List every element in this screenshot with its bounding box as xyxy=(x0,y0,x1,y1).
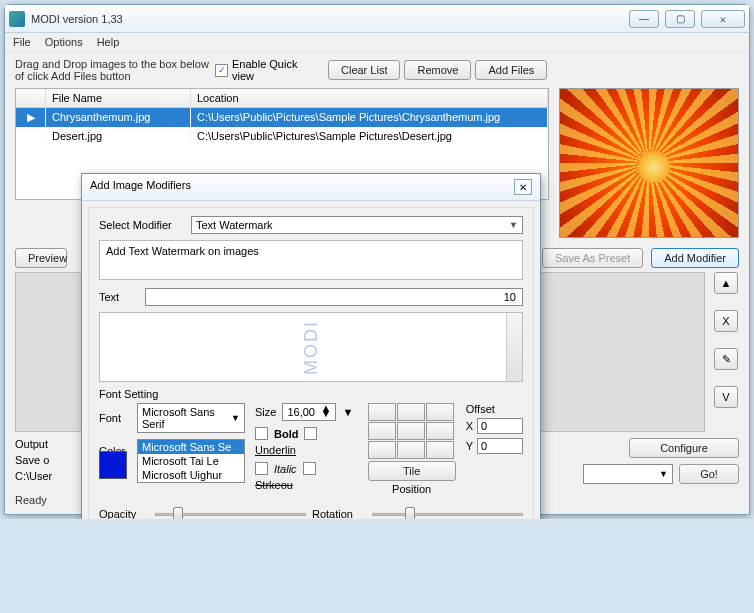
modifier-description: Add Text Watermark on images xyxy=(99,240,523,280)
add-image-modifiers-dialog: Add Image Modifiers ✕ Select Modifier Te… xyxy=(81,173,541,519)
preview-scrollbar[interactable] xyxy=(506,313,522,381)
opacity-label: Opacity xyxy=(99,508,149,519)
save-as-preset-button[interactable]: Save As Preset xyxy=(542,248,643,268)
chevron-down-icon[interactable]: ▼ xyxy=(342,406,353,418)
dialog-close-icon[interactable]: ✕ xyxy=(514,179,532,195)
offset-x-input[interactable] xyxy=(477,418,523,434)
font-listbox[interactable]: Microsoft Sans Se Microsoft Tai Le Micro… xyxy=(137,439,245,483)
select-modifier-dropdown[interactable]: Text Watermark ▼ xyxy=(191,216,523,234)
configure-button[interactable]: Configure xyxy=(629,438,739,458)
opacity-slider[interactable] xyxy=(155,505,306,519)
down-button[interactable]: V xyxy=(714,386,738,408)
menu-file[interactable]: File xyxy=(13,36,31,48)
dialog-title: Add Image Modifiers xyxy=(90,179,514,195)
rotation-label: Rotation xyxy=(312,508,366,519)
app-icon xyxy=(9,11,25,27)
font-combo[interactable]: Microsoft Sans Serif▼ xyxy=(137,403,245,433)
enable-quick-checkbox[interactable]: ✓ xyxy=(215,64,228,77)
tile-button[interactable]: Tile xyxy=(368,461,456,481)
add-modifier-button[interactable]: Add Modifier xyxy=(651,248,739,268)
file-row[interactable]: ▶ Chrysanthemum.jpg C:\Users\Public\Pict… xyxy=(16,108,548,127)
menu-help[interactable]: Help xyxy=(97,36,120,48)
underline-checkbox[interactable] xyxy=(304,427,317,440)
color-swatch[interactable] xyxy=(99,451,127,479)
edit-button[interactable]: ✎ xyxy=(714,348,738,370)
maximize-button[interactable]: ▢ xyxy=(665,10,695,28)
toolbar: Drag and Drop images to the box below of… xyxy=(5,52,749,88)
titlebar: MODI version 1,33 — ▢ ⨉ xyxy=(5,5,749,33)
font-option[interactable]: Microsoft Tai Le xyxy=(138,454,244,468)
offset-label: Offset xyxy=(466,403,523,415)
position-label: Position xyxy=(368,483,456,495)
up-button[interactable]: ▲ xyxy=(714,272,738,294)
size-input[interactable]: 16,00 ▲▼ xyxy=(282,403,336,421)
text-label: Text xyxy=(99,291,139,303)
font-label: Font xyxy=(99,412,131,424)
file-row[interactable]: Desert.jpg C:\Users\Public\Pictures\Samp… xyxy=(16,127,548,145)
right-gray-area xyxy=(535,272,705,432)
pencil-icon: ✎ xyxy=(722,353,731,366)
font-setting-label: Font Setting xyxy=(99,388,523,400)
dragdrop-label: Drag and Drop images to the box below of… xyxy=(15,58,211,82)
watermark-preview: MODI xyxy=(99,312,523,382)
italic-checkbox[interactable] xyxy=(255,462,268,475)
close-button[interactable]: ⨉ xyxy=(701,10,745,28)
col-location[interactable]: Location xyxy=(191,89,548,107)
window-title: MODI version 1,33 xyxy=(31,13,629,25)
go-combo[interactable]: ▼ xyxy=(583,464,673,484)
enable-quick-label: Enable Quick view xyxy=(232,58,302,82)
strikeout-checkbox[interactable] xyxy=(303,462,316,475)
rotation-slider[interactable] xyxy=(372,505,523,519)
delete-button[interactable]: X xyxy=(714,310,738,332)
preview-button[interactable]: Preview xyxy=(15,248,67,268)
preview-image xyxy=(559,88,739,238)
font-option[interactable]: Microsoft Uighur xyxy=(138,468,244,482)
minimize-button[interactable]: — xyxy=(629,10,659,28)
col-filename[interactable]: File Name xyxy=(46,89,191,107)
remove-button[interactable]: Remove xyxy=(404,60,471,80)
size-label: Size xyxy=(255,406,276,418)
chevron-down-icon: ▼ xyxy=(509,220,518,230)
font-option[interactable]: Microsoft Sans Se xyxy=(138,440,244,454)
go-button[interactable]: Go! xyxy=(679,464,739,484)
select-modifier-label: Select Modifier xyxy=(99,219,185,231)
menubar: File Options Help xyxy=(5,33,749,52)
position-grid[interactable] xyxy=(368,403,456,459)
bold-checkbox[interactable] xyxy=(255,427,268,440)
file-list-header: File Name Location xyxy=(16,89,548,108)
menu-options[interactable]: Options xyxy=(45,36,83,48)
add-files-button[interactable]: Add Files xyxy=(475,60,547,80)
offset-y-input[interactable] xyxy=(477,438,523,454)
clear-list-button[interactable]: Clear List xyxy=(328,60,400,80)
main-window: MODI version 1,33 — ▢ ⨉ File Options Hel… xyxy=(4,4,750,515)
text-input[interactable]: 10 xyxy=(145,288,523,306)
